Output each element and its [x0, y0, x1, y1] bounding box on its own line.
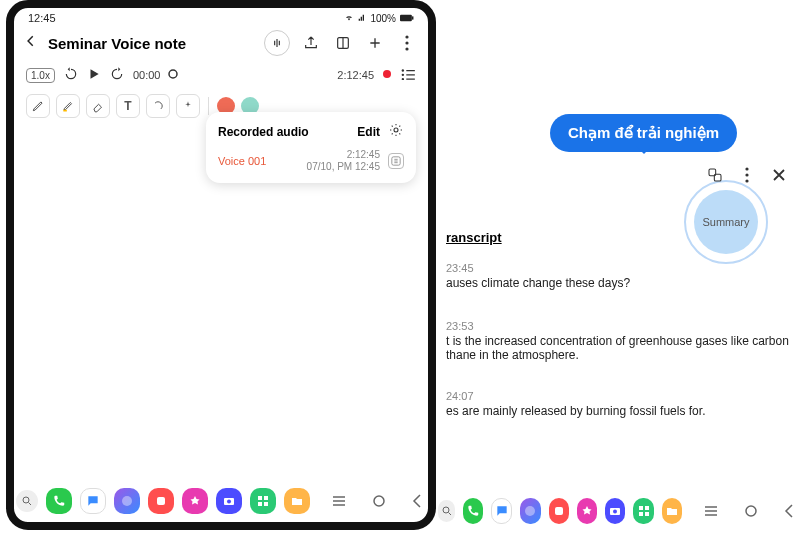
app-notes[interactable]: [549, 498, 569, 524]
nav-back-icon[interactable]: [784, 504, 798, 518]
search-icon[interactable]: [16, 490, 38, 512]
pen-tool[interactable]: [26, 94, 50, 118]
svg-line-37: [448, 513, 451, 516]
app-store[interactable]: [633, 498, 653, 524]
clock: 12:45: [28, 12, 56, 24]
svg-rect-1: [412, 16, 414, 19]
svg-rect-42: [639, 506, 643, 510]
svg-point-7: [169, 70, 177, 78]
dock-left: [14, 488, 428, 514]
svg-point-8: [383, 70, 391, 78]
app-phone[interactable]: [46, 488, 72, 514]
svg-rect-26: [264, 502, 268, 506]
app-files[interactable]: [662, 498, 682, 524]
svg-point-49: [746, 506, 756, 516]
app-notes[interactable]: [148, 488, 174, 514]
audio-item[interactable]: Voice 001 2:12:45 07/10, PM 12:45: [218, 149, 404, 173]
svg-rect-20: [157, 497, 165, 505]
app-gallery[interactable]: [182, 488, 208, 514]
app-camera[interactable]: [216, 488, 242, 514]
playlist-icon[interactable]: [400, 68, 416, 82]
play-icon[interactable]: [87, 67, 101, 83]
timestamp: 23:45: [446, 262, 790, 274]
transcript-text: t is the increased concentration of gree…: [446, 334, 789, 362]
title-bar: Seminar Voice note: [14, 26, 428, 60]
reader-icon[interactable]: [332, 32, 354, 54]
app-browser[interactable]: [520, 498, 540, 524]
translate-icon[interactable]: [706, 166, 724, 184]
transcript-text: auses climate change these days?: [446, 276, 630, 290]
shape-tool[interactable]: [146, 94, 170, 118]
highlighter-tool[interactable]: [56, 94, 80, 118]
svg-rect-23: [258, 496, 262, 500]
record-icon[interactable]: [382, 69, 392, 81]
status-icons: 100%: [344, 13, 414, 24]
nav-back-icon[interactable]: [412, 494, 426, 508]
svg-point-41: [613, 510, 617, 514]
recorded-heading: Recorded audio: [218, 125, 309, 139]
gear-icon[interactable]: [388, 122, 404, 141]
audio-datetime: 07/10, PM 12:45: [307, 161, 380, 172]
status-bar: 12:45 100%: [14, 8, 428, 26]
playhead-icon[interactable]: [168, 69, 178, 81]
nav-recent-icon[interactable]: [704, 504, 718, 518]
forward-icon[interactable]: [109, 66, 125, 84]
audio-controls: 1.0x 00:00 2:12:45: [14, 60, 428, 90]
tooltip-bubble[interactable]: Chạm để trải nghiệm: [550, 114, 737, 152]
svg-point-36: [443, 507, 449, 513]
speed-button[interactable]: 1.0x: [26, 68, 55, 83]
nav-home-icon[interactable]: [744, 504, 758, 518]
svg-rect-0: [400, 15, 412, 21]
page-title: Seminar Voice note: [48, 35, 254, 52]
svg-point-19: [122, 496, 132, 506]
svg-point-17: [23, 497, 29, 503]
waveform-button[interactable]: [264, 30, 290, 56]
svg-point-11: [402, 74, 404, 76]
app-phone[interactable]: [463, 498, 483, 524]
tab-transcript[interactable]: ranscript: [446, 230, 502, 245]
share-icon[interactable]: [300, 32, 322, 54]
svg-point-13: [402, 78, 404, 80]
transcript-text: es are mainly released by burning fossil…: [446, 404, 705, 418]
app-camera[interactable]: [605, 498, 625, 524]
nav-recent-icon[interactable]: [332, 494, 346, 508]
app-gallery[interactable]: [577, 498, 597, 524]
total-time: 2:12:45: [337, 69, 374, 81]
svg-rect-39: [555, 507, 563, 515]
app-browser[interactable]: [114, 488, 140, 514]
nav-home-icon[interactable]: [372, 494, 386, 508]
signal-icon: [358, 13, 366, 23]
drag-handle-icon[interactable]: [388, 153, 404, 169]
dock-right: [438, 498, 798, 524]
transcript-entry: 24:07 es are mainly released by burning …: [446, 390, 790, 418]
timestamp: 23:53: [446, 320, 790, 332]
wifi-icon: [344, 13, 354, 23]
svg-rect-45: [645, 512, 649, 516]
rewind-icon[interactable]: [63, 66, 79, 84]
text-tool[interactable]: T: [116, 94, 140, 118]
add-icon[interactable]: [364, 32, 386, 54]
svg-point-22: [227, 500, 231, 504]
app-messages[interactable]: [80, 488, 106, 514]
more-icon[interactable]: [396, 32, 418, 54]
eraser-tool[interactable]: [86, 94, 110, 118]
svg-point-35: [745, 179, 748, 182]
more-icon[interactable]: [738, 166, 756, 184]
svg-rect-44: [639, 512, 643, 516]
svg-point-4: [405, 35, 408, 38]
transcript-entry: 23:45 auses climate change these days?: [446, 262, 790, 290]
app-messages[interactable]: [491, 498, 512, 524]
back-icon[interactable]: [24, 34, 38, 52]
svg-rect-24: [264, 496, 268, 500]
audio-duration: 2:12:45: [347, 149, 380, 160]
sparkle-tool[interactable]: [176, 94, 200, 118]
app-files[interactable]: [284, 488, 310, 514]
svg-rect-43: [645, 506, 649, 510]
app-store[interactable]: [250, 488, 276, 514]
edit-button[interactable]: Edit: [357, 125, 380, 139]
search-icon[interactable]: [438, 500, 455, 522]
close-icon[interactable]: [770, 166, 788, 184]
elapsed-time: 00:00: [133, 69, 161, 81]
summary-button[interactable]: Summary: [684, 180, 768, 264]
transcript-entry: 23:53 t is the increased concentration o…: [446, 320, 790, 362]
